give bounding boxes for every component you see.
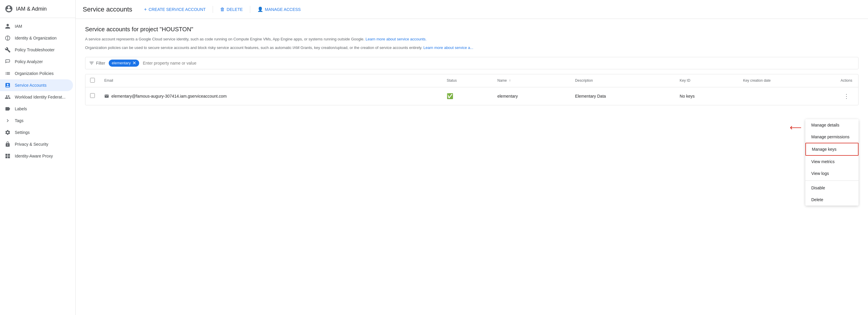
header-actions: Actions <box>835 74 858 87</box>
people-group-icon <box>5 94 11 100</box>
context-menu-divider <box>805 180 859 181</box>
delete-button[interactable]: 🗑 DELETE <box>215 4 247 14</box>
sidebar-item-org-policies[interactable]: Organization Policies <box>0 68 73 79</box>
content-title: Service accounts for project "HOUSTON" <box>85 26 859 33</box>
manage-access-button[interactable]: 👤 MANAGE ACCESS <box>253 4 306 14</box>
label-icon <box>5 106 11 112</box>
sidebar-item-identity-org-label: Identity & Organization <box>15 36 57 40</box>
row-checkbox[interactable] <box>90 93 95 98</box>
filter-label: Filter <box>96 61 105 66</box>
sidebar-item-workload-identity-label: Workload Identity Federat... <box>15 95 66 99</box>
sidebar-item-policy-troubleshooter-label: Policy Troubleshooter <box>15 47 55 52</box>
create-service-account-button[interactable]: + CREATE SERVICE ACCOUNT <box>140 4 211 14</box>
chevron-right-icon <box>5 118 11 124</box>
sidebar: IAM & Admin IAM Identity & Organization … <box>0 0 75 315</box>
description-2: Organization policies can be used to sec… <box>85 45 859 51</box>
context-menu-manage-permissions[interactable]: Manage permissions <box>805 131 859 143</box>
row-email-cell: elementary@famous-augury-307414.iam.gser… <box>99 87 442 105</box>
context-menu-manage-keys[interactable]: Manage keys <box>805 143 859 156</box>
globe-icon <box>5 35 11 41</box>
description-1-link[interactable]: Learn more about service accounts. <box>366 37 427 41</box>
status-active-icon: ✅ <box>447 93 453 99</box>
arrow-annotation: ⟵ <box>790 123 802 133</box>
row-key-creation-date-cell <box>738 87 835 105</box>
sidebar-item-settings[interactable]: Settings <box>0 127 73 138</box>
sidebar-item-labels-label: Labels <box>15 106 27 111</box>
sidebar-item-identity-org[interactable]: Identity & Organization <box>0 32 73 44</box>
header-description: Description <box>570 74 675 87</box>
divider-2 <box>250 6 250 13</box>
plus-icon: + <box>144 7 147 12</box>
row-status-cell: ✅ <box>442 87 493 105</box>
list-icon <box>5 70 11 76</box>
row-email: elementary@famous-augury-307414.iam.gser… <box>112 94 226 99</box>
context-menu-view-metrics[interactable]: View metrics <box>805 156 859 168</box>
description-2-text: Organization policies can be used to sec… <box>85 45 422 50</box>
description-1: A service account represents a Google Cl… <box>85 36 859 42</box>
main-content: Service accounts + CREATE SERVICE ACCOUN… <box>75 0 868 315</box>
app-name: IAM & Admin <box>16 6 47 12</box>
table-row: elementary@famous-augury-307414.iam.gser… <box>85 87 858 105</box>
sidebar-item-iam-label: IAM <box>15 24 22 29</box>
row-description-cell: Elementary Data <box>570 87 675 105</box>
top-bar: Service accounts + CREATE SERVICE ACCOUN… <box>75 0 868 19</box>
divider-1 <box>213 6 213 13</box>
sidebar-item-privacy-security[interactable]: Privacy & Security <box>0 138 73 150</box>
filter-bar: Filter elementary ✕ <box>85 57 859 69</box>
row-actions-cell: ⋮ <box>835 87 858 105</box>
description-2-link[interactable]: Learn more about service a... <box>423 45 473 50</box>
receipt-icon <box>5 59 11 65</box>
header-checkbox-col <box>85 74 99 87</box>
filter-input[interactable] <box>143 61 855 66</box>
filter-chip: elementary ✕ <box>109 60 139 67</box>
context-menu-delete[interactable]: Delete <box>805 194 859 206</box>
filter-chip-text: elementary <box>112 61 131 65</box>
settings-icon <box>5 130 11 135</box>
sidebar-item-policy-analyzer[interactable]: Policy Analyzer <box>0 56 73 68</box>
sidebar-item-service-accounts-label: Service Accounts <box>15 83 46 88</box>
sidebar-item-iam[interactable]: IAM <box>0 20 73 32</box>
context-menu-manage-details[interactable]: Manage details <box>805 119 859 131</box>
manage-access-icon: 👤 <box>257 6 263 12</box>
header-name[interactable]: Name ↑ <box>493 74 570 87</box>
sidebar-item-privacy-security-label: Privacy & Security <box>15 142 49 147</box>
sidebar-item-policy-troubleshooter[interactable]: Policy Troubleshooter <box>0 44 73 56</box>
sidebar-item-labels[interactable]: Labels <box>0 103 73 115</box>
page-title: Service accounts <box>83 6 132 13</box>
context-menu-disable[interactable]: Disable <box>805 182 859 194</box>
content-area: Service accounts for project "HOUSTON" A… <box>75 19 868 315</box>
create-service-account-label: CREATE SERVICE ACCOUNT <box>149 7 206 12</box>
header-status: Status <box>442 74 493 87</box>
filter-button[interactable]: Filter <box>89 61 105 66</box>
sidebar-item-settings-label: Settings <box>15 130 30 135</box>
grid-icon <box>5 153 11 159</box>
header-email: Email <box>99 74 442 87</box>
person-icon <box>5 23 11 29</box>
context-menu-view-logs[interactable]: View logs <box>805 168 859 179</box>
email-icon <box>104 94 109 99</box>
wrench-icon <box>5 47 11 53</box>
iam-logo-icon <box>5 5 13 13</box>
sort-up-icon: ↑ <box>509 78 511 82</box>
row-checkbox-cell <box>85 87 99 105</box>
header-key-creation-date: Key creation date <box>738 74 835 87</box>
sidebar-nav: IAM Identity & Organization Policy Troub… <box>0 18 75 164</box>
sidebar-item-tags[interactable]: Tags <box>0 115 73 127</box>
row-actions-more-button[interactable]: ⋮ <box>841 92 852 101</box>
top-actions: + CREATE SERVICE ACCOUNT 🗑 DELETE 👤 MANA… <box>140 4 306 14</box>
row-description: Elementary Data <box>575 94 606 99</box>
row-name-cell: elementary <box>493 87 570 105</box>
sidebar-item-identity-aware-proxy[interactable]: Identity-Aware Proxy <box>0 150 73 162</box>
sidebar-item-policy-analyzer-label: Policy Analyzer <box>15 59 43 64</box>
delete-icon: 🗑 <box>220 7 225 12</box>
sidebar-item-service-accounts[interactable]: Service Accounts <box>0 79 73 91</box>
filter-chip-close-button[interactable]: ✕ <box>132 61 136 66</box>
row-key-id: No keys <box>680 94 695 99</box>
sidebar-header: IAM & Admin <box>0 0 75 18</box>
header-key-id: Key ID <box>675 74 739 87</box>
delete-label: DELETE <box>226 7 243 12</box>
select-all-checkbox[interactable] <box>90 78 95 82</box>
row-name: elementary <box>497 94 518 99</box>
service-accounts-table: Email Status Name ↑ Description <box>85 74 859 105</box>
sidebar-item-workload-identity[interactable]: Workload Identity Federat... <box>0 91 73 103</box>
